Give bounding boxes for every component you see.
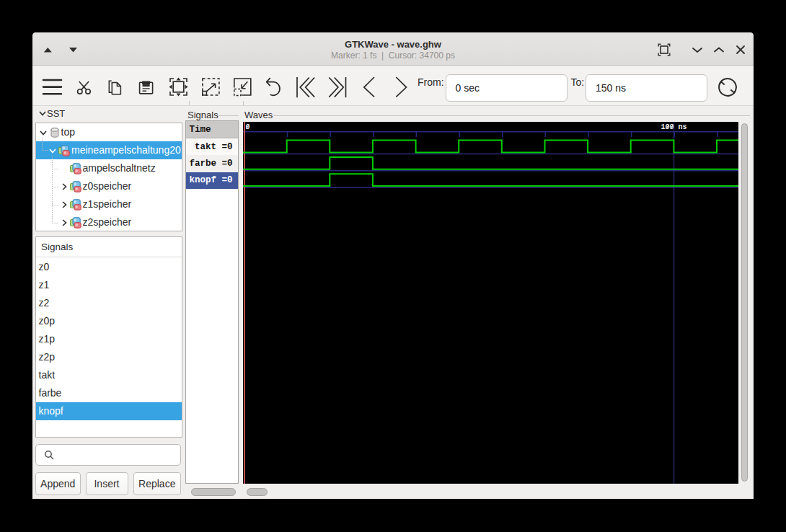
svg-text:0: 0 (246, 123, 250, 131)
